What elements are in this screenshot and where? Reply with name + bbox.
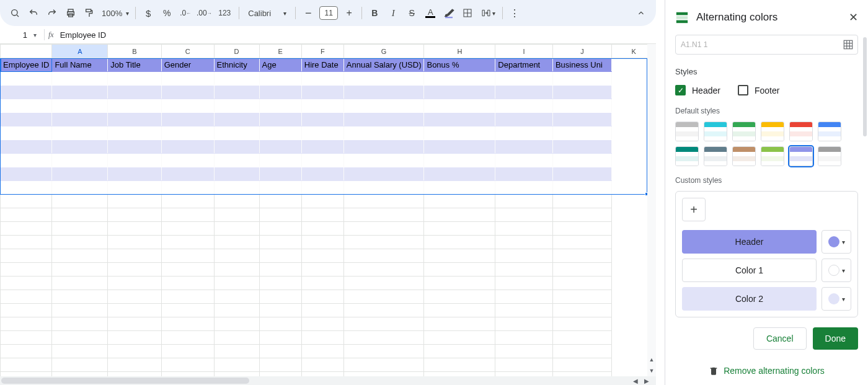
font-select[interactable]: Calibri▾ xyxy=(243,9,291,18)
cell[interactable] xyxy=(301,277,343,290)
cell[interactable] xyxy=(161,331,214,345)
select-range-icon[interactable] xyxy=(843,39,854,50)
cell[interactable] xyxy=(1,167,52,181)
cell[interactable] xyxy=(495,317,553,331)
cell[interactable] xyxy=(552,331,611,345)
cell[interactable] xyxy=(1,140,52,154)
header-checkbox-row[interactable]: ✓ Header xyxy=(675,85,720,95)
cell[interactable] xyxy=(1,181,52,195)
cell[interactable] xyxy=(259,72,301,86)
cell[interactable] xyxy=(1,236,52,249)
cell[interactable] xyxy=(52,113,108,126)
table-row[interactable] xyxy=(1,236,656,249)
close-panel-button[interactable]: ✕ xyxy=(849,11,858,24)
cell[interactable] xyxy=(52,140,108,154)
cell[interactable] xyxy=(108,195,161,208)
increase-decimal-button[interactable]: .00→ xyxy=(195,4,213,22)
cell[interactable] xyxy=(161,277,214,290)
cell[interactable]: Age xyxy=(259,58,301,72)
style-preset[interactable] xyxy=(675,122,699,141)
cell[interactable] xyxy=(214,86,259,99)
cell[interactable] xyxy=(301,181,343,195)
apply-range-input[interactable]: A1.N1 1 xyxy=(675,35,858,55)
cell[interactable] xyxy=(343,345,424,358)
cell[interactable] xyxy=(552,249,611,263)
cell[interactable] xyxy=(161,181,214,195)
undo-button[interactable] xyxy=(25,4,42,22)
cell[interactable] xyxy=(52,317,108,331)
cell[interactable] xyxy=(52,304,108,317)
cell[interactable] xyxy=(108,277,161,290)
column-header[interactable]: A xyxy=(52,45,108,58)
cell[interactable] xyxy=(1,99,52,113)
cell[interactable] xyxy=(214,263,259,277)
cell[interactable] xyxy=(161,86,214,99)
cell[interactable] xyxy=(214,140,259,154)
borders-button[interactable] xyxy=(459,4,476,22)
cell[interactable] xyxy=(259,277,301,290)
cell[interactable] xyxy=(259,181,301,195)
cell[interactable] xyxy=(495,290,553,304)
cell[interactable] xyxy=(343,249,424,263)
table-row[interactable] xyxy=(1,331,656,345)
decrease-decimal-button[interactable]: .0← xyxy=(177,4,194,22)
cell[interactable] xyxy=(1,195,52,208)
cell[interactable] xyxy=(301,263,343,277)
cell[interactable] xyxy=(259,86,301,99)
cell[interactable] xyxy=(424,317,495,331)
name-box-caret-icon[interactable]: ▾ xyxy=(33,32,37,38)
cell[interactable] xyxy=(214,358,259,372)
cell[interactable] xyxy=(108,113,161,126)
cell[interactable] xyxy=(495,167,553,181)
cell[interactable] xyxy=(259,222,301,236)
style-preset[interactable] xyxy=(761,122,784,141)
header-color-picker[interactable]: ▾ xyxy=(822,230,851,254)
cell[interactable] xyxy=(52,208,108,222)
cell[interactable] xyxy=(108,331,161,345)
table-row[interactable] xyxy=(1,113,656,126)
cell[interactable] xyxy=(424,345,495,358)
cell[interactable] xyxy=(552,99,611,113)
table-row[interactable] xyxy=(1,72,656,86)
cell[interactable] xyxy=(301,167,343,181)
cell[interactable] xyxy=(214,167,259,181)
cell[interactable] xyxy=(1,72,52,86)
cell[interactable] xyxy=(214,208,259,222)
cell[interactable] xyxy=(108,208,161,222)
zoom-select[interactable]: 100%▾ xyxy=(99,9,131,18)
cell[interactable] xyxy=(424,86,495,99)
footer-checkbox-row[interactable]: Footer xyxy=(738,85,779,95)
cell[interactable] xyxy=(259,154,301,167)
cell[interactable] xyxy=(343,290,424,304)
cell[interactable]: Gender xyxy=(161,58,214,72)
cell[interactable] xyxy=(108,181,161,195)
cell[interactable] xyxy=(52,154,108,167)
cell[interactable] xyxy=(495,236,553,249)
cell[interactable] xyxy=(552,154,611,167)
name-box[interactable]: 1 xyxy=(1,28,30,42)
cell[interactable] xyxy=(259,99,301,113)
cell[interactable] xyxy=(301,86,343,99)
cell[interactable] xyxy=(552,358,611,372)
table-row[interactable]: Employee IDFull NameJob TitleGenderEthni… xyxy=(1,58,656,72)
cell[interactable] xyxy=(343,86,424,99)
cell[interactable] xyxy=(301,140,343,154)
cell[interactable] xyxy=(343,154,424,167)
cell[interactable] xyxy=(161,358,214,372)
table-row[interactable] xyxy=(1,167,656,181)
cell[interactable] xyxy=(214,345,259,358)
cell[interactable] xyxy=(108,222,161,236)
cell[interactable] xyxy=(552,236,611,249)
cell[interactable] xyxy=(52,181,108,195)
cell[interactable] xyxy=(108,317,161,331)
cell[interactable] xyxy=(424,222,495,236)
fill-color-button[interactable] xyxy=(440,4,458,22)
cancel-button[interactable]: Cancel xyxy=(753,327,807,350)
cell[interactable] xyxy=(259,290,301,304)
cell[interactable] xyxy=(424,358,495,372)
cell[interactable] xyxy=(424,263,495,277)
cell[interactable] xyxy=(214,72,259,86)
vertical-scrollbar[interactable]: ▲▼ xyxy=(647,44,656,376)
cell[interactable] xyxy=(301,358,343,372)
cell[interactable] xyxy=(108,290,161,304)
